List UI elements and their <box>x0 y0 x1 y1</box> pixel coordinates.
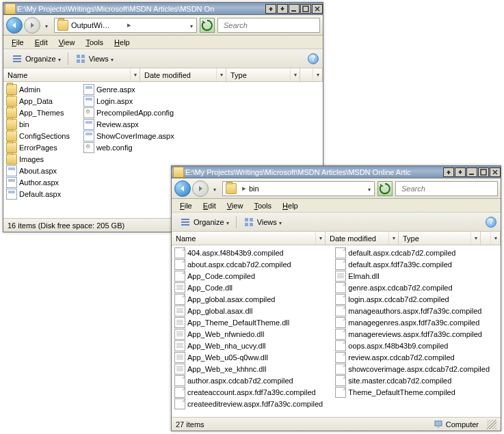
forward-button[interactable] <box>24 17 40 33</box>
file-item[interactable]: App_Web_xe_khhnc.dll <box>172 363 324 375</box>
breadcrumb-separator-icon[interactable]: ▸ <box>242 184 246 193</box>
column-dropdown[interactable] <box>313 68 322 81</box>
file-item[interactable]: login.aspx.cdcab7d2.compiled <box>332 293 492 305</box>
search-box[interactable] <box>395 181 498 196</box>
file-item[interactable]: oops.aspx.f48b43b9.compiled <box>332 340 492 351</box>
file-item[interactable]: about.aspx.cdcab7d2.compiled <box>172 258 324 270</box>
file-item[interactable]: ErrorPages <box>3 141 72 153</box>
file-item[interactable]: showcoverimage.aspx.cdcab7d2.compiled <box>332 363 492 375</box>
menu-tools[interactable]: Tools <box>80 37 109 48</box>
close-button[interactable] <box>312 4 323 14</box>
file-item[interactable]: manageauthors.aspx.fdf7a39c.compiled <box>332 305 492 316</box>
file-item[interactable]: default.aspx.cdcab7d2.compiled <box>332 247 492 258</box>
refresh-button[interactable] <box>377 181 393 196</box>
file-item[interactable]: App_Data <box>3 95 72 107</box>
search-input[interactable] <box>401 185 496 193</box>
file-item[interactable]: ShowCoverImage.aspx <box>81 130 177 141</box>
file-item[interactable]: Author.aspx <box>3 176 72 188</box>
file-item[interactable]: App_Theme_DefaultTheme.dll <box>172 316 324 328</box>
nav-down-button[interactable] <box>277 4 288 14</box>
file-item[interactable]: default.aspx.fdf7a39c.compiled <box>332 258 492 270</box>
help-button[interactable]: ? <box>486 217 496 228</box>
resize-grip[interactable] <box>487 420 496 429</box>
column-extra[interactable] <box>481 232 501 245</box>
file-item[interactable]: review.aspx.cdcab7d2.compiled <box>332 351 492 363</box>
file-item[interactable]: Default.aspx <box>3 188 72 200</box>
column-name[interactable]: Name <box>3 68 140 81</box>
address-dropdown[interactable] <box>364 185 374 193</box>
file-item[interactable]: App_global.asax.dll <box>172 305 324 316</box>
views-button[interactable]: Views <box>71 52 118 66</box>
address-dropdown[interactable] <box>187 21 196 29</box>
search-box[interactable] <box>217 18 320 33</box>
column-date[interactable]: Date modified <box>326 232 399 245</box>
forward-button[interactable] <box>192 180 209 197</box>
file-item[interactable]: web.config <box>81 141 177 153</box>
file-list[interactable]: 404.aspx.f48b43b9.compiledabout.aspx.cdc… <box>172 245 501 417</box>
column-extra[interactable] <box>300 68 323 81</box>
file-item[interactable]: App_Themes <box>3 107 72 118</box>
file-item[interactable]: About.aspx <box>3 165 72 176</box>
file-item[interactable]: genre.aspx.cdcab7d2.compiled <box>332 282 492 293</box>
menu-file[interactable]: File <box>174 200 198 211</box>
file-item[interactable]: Theme_DefaultTheme.compiled <box>332 386 492 398</box>
file-item[interactable]: author.aspx.cdcab7d2.compiled <box>172 375 324 386</box>
breadcrumb-separator-icon[interactable]: ▸ <box>127 21 131 29</box>
nav-history-dropdown[interactable] <box>210 185 220 193</box>
nav-down-button[interactable] <box>455 167 466 177</box>
minimize-button[interactable] <box>466 167 477 177</box>
organize-button[interactable]: Organize <box>176 215 233 229</box>
address-bar[interactable]: OutputWi… ▸ <box>54 18 197 33</box>
file-item[interactable]: createaccount.aspx.fdf7a39c.compiled <box>172 386 324 398</box>
file-item[interactable]: bin <box>3 118 72 130</box>
file-item[interactable]: 404.aspx.f48b43b9.compiled <box>172 247 324 258</box>
menu-tools[interactable]: Tools <box>248 200 277 211</box>
file-item[interactable]: Admin <box>3 83 72 95</box>
column-name[interactable]: Name <box>172 232 326 245</box>
file-item[interactable]: App_Code.compiled <box>172 270 324 282</box>
column-dropdown[interactable] <box>130 68 140 81</box>
back-button[interactable] <box>6 17 23 33</box>
file-item[interactable]: site.master.cdcab7d2.compiled <box>332 375 492 386</box>
menu-help[interactable]: Help <box>277 200 304 211</box>
column-date[interactable]: Date modified <box>140 68 226 81</box>
file-item[interactable]: managegenres.aspx.fdf7a39c.compiled <box>332 316 492 328</box>
file-item[interactable]: App_global.asax.compiled <box>172 293 324 305</box>
file-item[interactable]: App_Web_nha_ucvy.dll <box>172 340 324 351</box>
column-type[interactable]: Type <box>226 68 300 81</box>
back-button[interactable] <box>174 180 191 197</box>
maximize-button[interactable] <box>300 4 311 14</box>
menu-file[interactable]: File <box>6 37 29 48</box>
nav-up-button[interactable] <box>265 4 276 14</box>
help-button[interactable]: ? <box>308 53 319 64</box>
menu-edit[interactable]: Edit <box>198 200 222 211</box>
nav-history-dropdown[interactable] <box>42 21 51 29</box>
organize-button[interactable]: Organize <box>8 52 65 66</box>
file-item[interactable]: App_Code.dll <box>172 282 324 293</box>
menu-view[interactable]: View <box>222 200 249 211</box>
column-type[interactable]: Type <box>399 232 481 245</box>
maximize-button[interactable] <box>478 167 489 177</box>
close-button[interactable] <box>490 167 501 177</box>
titlebar[interactable]: E:\My Projects\Writings\Microsoft\MSDN A… <box>3 3 323 15</box>
column-dropdown[interactable] <box>290 68 300 81</box>
titlebar[interactable]: E:\My Projects\Writings\Microsoft\MSDN A… <box>172 166 501 178</box>
column-dropdown[interactable] <box>216 68 226 81</box>
menu-help[interactable]: Help <box>109 37 135 48</box>
search-input[interactable] <box>224 21 319 29</box>
menu-view[interactable]: View <box>53 37 81 48</box>
file-item[interactable]: Elmah.dll <box>332 270 492 282</box>
file-item[interactable]: Login.aspx <box>81 95 177 107</box>
file-item[interactable]: Genre.aspx <box>81 83 177 95</box>
column-dropdown[interactable] <box>470 232 480 245</box>
column-dropdown[interactable] <box>315 232 325 245</box>
file-item[interactable]: createeditreview.aspx.fdf7a39c.compiled <box>172 398 324 409</box>
file-item[interactable]: PrecompiledApp.config <box>81 107 177 118</box>
file-item[interactable]: Images <box>3 153 72 165</box>
column-dropdown[interactable] <box>388 232 398 245</box>
address-bar[interactable]: ▸ bin <box>222 181 375 196</box>
nav-up-button[interactable] <box>443 167 454 177</box>
file-item[interactable]: Review.aspx <box>81 118 177 130</box>
file-item[interactable]: App_Web_nfwniedo.dll <box>172 328 324 340</box>
file-item[interactable]: managereviews.aspx.fdf7a39c.compiled <box>332 328 492 340</box>
